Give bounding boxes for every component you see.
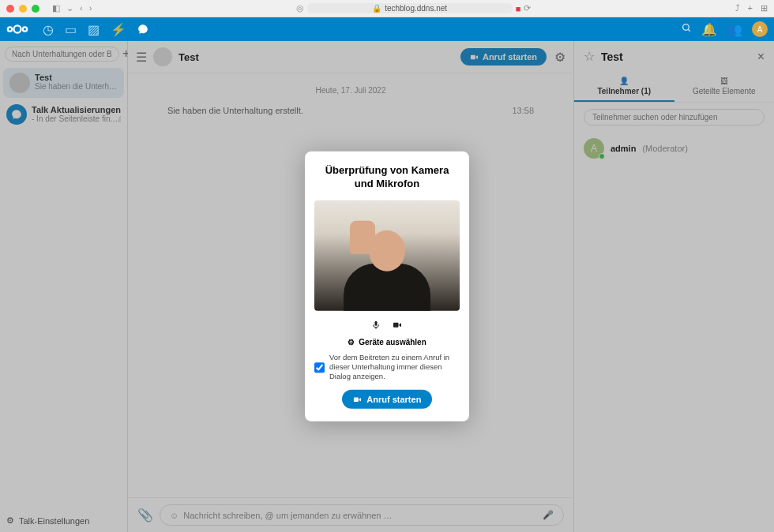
dropdown-icon[interactable]: ⌄: [66, 3, 73, 13]
conversation-avatar: [9, 73, 30, 93]
shared-icon: 🖼: [720, 77, 728, 85]
always-show-checkbox[interactable]: [314, 354, 325, 382]
new-tab-icon[interactable]: +: [748, 3, 753, 13]
contacts-icon[interactable]: 👥: [727, 22, 742, 37]
star-icon[interactable]: ☆: [584, 49, 595, 64]
device-check-modal: Überprüfung von Kamera und Mikrofon ⚙ Ge…: [305, 152, 469, 421]
svg-rect-6: [375, 321, 378, 326]
conversation-text: Test Sie haben die Unterhaltung e...: [35, 73, 118, 93]
conversation-avatar: [6, 104, 27, 125]
conversation-item[interactable]: Test Sie haben die Unterhaltung e...: [3, 68, 124, 98]
tab-participants[interactable]: 👤 Teilnehmer (1): [574, 72, 674, 102]
modal-title: Überprüfung von Kamera und Mikrofon: [314, 164, 460, 191]
files-icon[interactable]: ▭: [65, 22, 77, 37]
conversation-text: Talk Aktualisierungen✅ - In der Seitenle…: [32, 104, 121, 125]
svg-point-1: [8, 27, 12, 31]
attach-icon[interactable]: 📎: [137, 508, 153, 523]
right-panel-title: Test: [601, 51, 623, 63]
system-message-row: Sie haben die Unterhaltung erstellt. 13:…: [167, 106, 534, 115]
nextcloud-logo[interactable]: [6, 24, 28, 35]
talk-icon[interactable]: [137, 22, 148, 37]
browser-right-icons: ⤴ + ⊞: [735, 3, 768, 13]
modal-start-call-button[interactable]: Anruf starten: [342, 390, 433, 410]
talk-settings-button[interactable]: ⚙ Talk-Einstellungen: [0, 509, 127, 532]
participant-search-input[interactable]: [584, 109, 765, 126]
forward-icon[interactable]: ›: [89, 3, 92, 13]
device-toggle-row: [314, 319, 460, 333]
svg-rect-5: [471, 54, 475, 59]
activity-icon[interactable]: ⚡: [111, 22, 126, 37]
close-window[interactable]: [6, 5, 14, 13]
shield-icon[interactable]: ◎: [296, 3, 304, 13]
start-call-button[interactable]: Anruf starten: [460, 48, 547, 66]
right-panel-header: ☆ Test ×: [574, 41, 774, 72]
participant-avatar: A: [584, 138, 604, 159]
nextcloud-header: ◷ ▭ ▨ ⚡ 🔔 👥 A: [0, 17, 774, 41]
right-panel: ☆ Test × 👤 Teilnehmer (1) 🖼 Geteilte Ele…: [573, 41, 774, 532]
toggle-sidebar-icon[interactable]: ☰: [136, 50, 147, 65]
svg-point-0: [13, 25, 21, 32]
back-icon[interactable]: ‹: [80, 3, 83, 13]
participant-role: (Moderator): [642, 144, 687, 153]
camera-active-icon[interactable]: ■: [516, 4, 521, 13]
svg-line-4: [688, 29, 690, 32]
conversation-search-input[interactable]: [5, 47, 119, 62]
system-message-time: 13:58: [512, 106, 534, 115]
svg-rect-7: [393, 323, 399, 328]
reload-icon[interactable]: ⟳: [524, 3, 531, 13]
url-box[interactable]: 🔒 techblog.ddns.net: [307, 3, 513, 13]
system-message-text: Sie haben die Unterhaltung erstellt.: [167, 106, 303, 115]
camera-icon[interactable]: [392, 319, 403, 333]
svg-point-3: [683, 24, 689, 31]
minimize-window[interactable]: [19, 5, 27, 13]
camera-preview: [314, 200, 460, 311]
sidebar-toggle-icon[interactable]: ◧: [52, 3, 60, 13]
search-icon[interactable]: [682, 22, 692, 36]
participants-icon: 👤: [619, 77, 629, 85]
message-input[interactable]: ☺ Nachricht schreiben, @ um jemanden zu …: [160, 504, 564, 526]
conversation-title: Test: [35, 73, 118, 82]
close-icon[interactable]: ×: [757, 50, 765, 64]
conversation-subtitle: Sie haben die Unterhaltung e...: [35, 82, 118, 91]
conversation-subtitle: - In der Seitenleiste fin...38: [32, 114, 121, 123]
url-text: techblog.ddns.net: [385, 4, 447, 13]
checkbox-label: Vor dem Beitreten zu einem Anruf in dies…: [329, 353, 460, 382]
browser-chrome: ◧ ⌄ ‹ › ◎ 🔒 techblog.ddns.net ■ ⟳ ⤴ + ⊞: [0, 0, 774, 17]
svg-point-2: [23, 27, 27, 31]
chat-header-actions: Anruf starten ⚙: [460, 48, 565, 66]
dashboard-icon[interactable]: ◷: [43, 22, 54, 37]
main-layout: + Test Sie haben die Unterhaltung e... T…: [0, 41, 774, 532]
participant-row[interactable]: A admin (Moderator): [574, 132, 774, 165]
sidebar-search-row: +: [0, 41, 127, 66]
lock-icon: 🔒: [372, 4, 381, 13]
tabs-icon[interactable]: ⊞: [761, 3, 768, 13]
maximize-window[interactable]: [32, 5, 39, 13]
tab-shared-elements[interactable]: 🖼 Geteilte Elemente: [674, 72, 775, 102]
mic-icon[interactable]: 🎤: [543, 510, 554, 520]
gear-icon: ⚙: [6, 515, 14, 526]
device-select-button[interactable]: ⚙ Geräte auswählen: [314, 338, 460, 347]
svg-rect-8: [354, 398, 359, 403]
chat-header: ☰ Test Anruf starten ⚙: [128, 41, 573, 73]
header-right: 🔔 👥 A: [682, 21, 768, 37]
share-icon[interactable]: ⤴: [735, 3, 740, 13]
emoji-icon[interactable]: ☺: [170, 511, 178, 520]
traffic-lights: [6, 5, 39, 13]
online-status-icon: [599, 153, 605, 159]
chat-input-row: 📎 ☺ Nachricht schreiben, @ um jemanden z…: [128, 497, 573, 532]
conversation-settings-icon[interactable]: ⚙: [554, 50, 565, 65]
user-avatar[interactable]: A: [752, 21, 768, 37]
conversations-sidebar: + Test Sie haben die Unterhaltung e... T…: [0, 41, 128, 532]
message-placeholder: Nachricht schreiben, @ um jemanden zu er…: [183, 511, 538, 520]
conversation-item[interactable]: Talk Aktualisierungen✅ - In der Seitenle…: [0, 99, 127, 129]
browser-nav: ◧ ⌄ ‹ ›: [52, 3, 92, 13]
date-separator: Heute, 17. Juli 2022: [167, 86, 534, 95]
photos-icon[interactable]: ▨: [88, 22, 100, 37]
always-show-checkbox-row: Vor dem Beitreten zu einem Anruf in dies…: [314, 353, 460, 382]
url-bar: ◎ 🔒 techblog.ddns.net ■ ⟳: [96, 3, 730, 13]
gear-icon: ⚙: [348, 338, 355, 347]
right-panel-tabs: 👤 Teilnehmer (1) 🖼 Geteilte Elemente: [574, 72, 774, 103]
notifications-icon[interactable]: 🔔: [701, 22, 717, 37]
conversation-title: Talk Aktualisierungen✅: [32, 104, 121, 114]
microphone-icon[interactable]: [371, 319, 381, 333]
